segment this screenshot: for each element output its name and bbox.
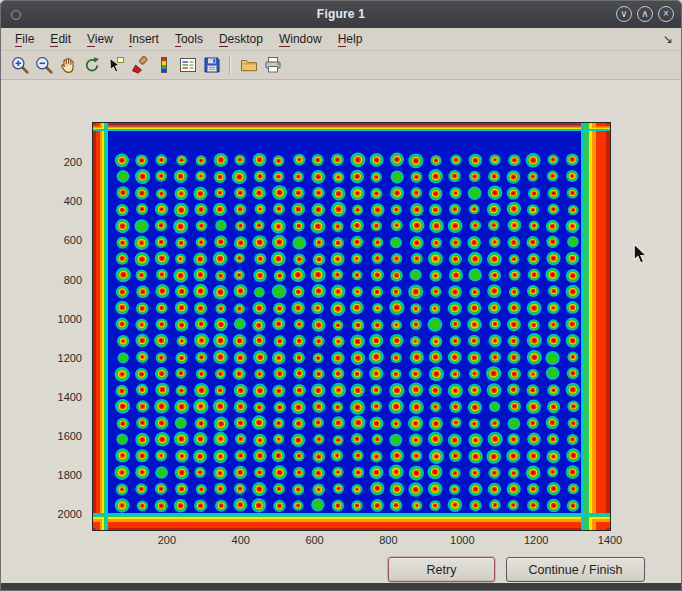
close-icon: × [663,8,669,19]
zoom-in-icon [10,55,30,75]
hand-icon [58,55,78,75]
y-tick-label: 400 [64,195,82,207]
y-tick-label: 200 [64,156,82,168]
menu-tools-label-rest: ools [181,32,203,46]
menu-desktop-label-rest: esktop [228,32,263,46]
x-tick-label: 1000 [450,534,474,546]
menu-tools[interactable]: Tools [167,30,211,49]
window-bottom-border [0,583,682,591]
continue-finish-button[interactable]: Continue / Finish [506,557,645,582]
x-tick-label: 600 [305,534,323,546]
menu-insert[interactable]: Insert [121,30,167,49]
brush-icon [130,55,150,75]
folder-icon [239,55,259,75]
open-button[interactable] [237,54,260,77]
menu-window[interactable]: Window [271,30,330,49]
menu-desktop[interactable]: Desktop [211,30,271,49]
data-cursor-button[interactable] [104,54,127,77]
menu-view-label-rest: iew [95,32,113,46]
zoom-out-icon [34,55,54,75]
x-tick-label: 200 [158,534,176,546]
menu-insert-label-rest: nsert [132,32,159,46]
dock-arrow-icon[interactable]: ↘ [663,32,673,46]
chevron-up-icon: ∧ [641,8,648,19]
menu-edit-label-rest: dit [58,32,71,46]
toolbar-separator [229,56,231,74]
retry-button[interactable]: Retry [388,557,495,582]
menu-help[interactable]: Help [330,30,371,49]
y-tick-label: 800 [64,274,82,286]
heatmap-canvas[interactable] [92,122,611,531]
save-button[interactable] [200,54,223,77]
y-tick-label: 2000 [58,508,82,520]
y-tick-label: 1800 [58,469,82,481]
x-tick-labels: 200400600800100012001400 [93,534,610,548]
printer-icon [263,55,283,75]
y-tick-label: 1400 [58,391,82,403]
x-tick-label: 400 [232,534,250,546]
menu-edit[interactable]: Edit [42,30,79,49]
toolbar [0,51,682,80]
y-tick-label: 1200 [58,352,82,364]
zoom-in-button[interactable] [8,54,31,77]
menu-window-label: W [279,32,290,47]
x-tick-label: 800 [379,534,397,546]
colorbar-icon [154,55,174,75]
y-tick-label: 600 [64,234,82,246]
menu-window-label-rest: indow [290,32,321,46]
chevron-down-icon: ∨ [620,8,627,19]
menu-help-label-rest: elp [346,32,362,46]
window-title: Figure 1 [0,7,682,21]
close-button[interactable]: × [658,6,674,22]
titlebar[interactable]: Figure 1 ∨ ∧ × [0,0,682,28]
menu-file-label-rest: ile [22,32,34,46]
insert-colorbar-button[interactable] [152,54,175,77]
brush-button[interactable] [128,54,151,77]
menu-view[interactable]: View [79,30,121,49]
menubar: File Edit View Insert Tools Desktop Wind… [0,28,682,51]
shade-button[interactable]: ∨ [616,6,632,22]
x-tick-label: 1200 [524,534,548,546]
rotate-button[interactable] [80,54,103,77]
menu-help-label: H [338,32,347,47]
menu-view-label: V [87,32,95,47]
y-tick-label: 1000 [58,313,82,325]
data-cursor-icon [106,55,126,75]
y-tick-labels: 200400600800100012001400160018002000 [46,123,88,530]
window-controls: ∨ ∧ × [616,6,674,22]
legend-icon [178,55,198,75]
y-tick-label: 1600 [58,430,82,442]
print-button[interactable] [261,54,284,77]
x-tick-label: 1400 [598,534,622,546]
menu-file[interactable]: File [7,30,42,49]
insert-legend-button[interactable] [176,54,199,77]
pan-button[interactable] [56,54,79,77]
floppy-disk-icon [202,55,222,75]
menu-desktop-label: D [219,32,228,47]
rotate-icon [82,55,102,75]
zoom-out-button[interactable] [32,54,55,77]
maximize-button[interactable]: ∧ [637,6,653,22]
